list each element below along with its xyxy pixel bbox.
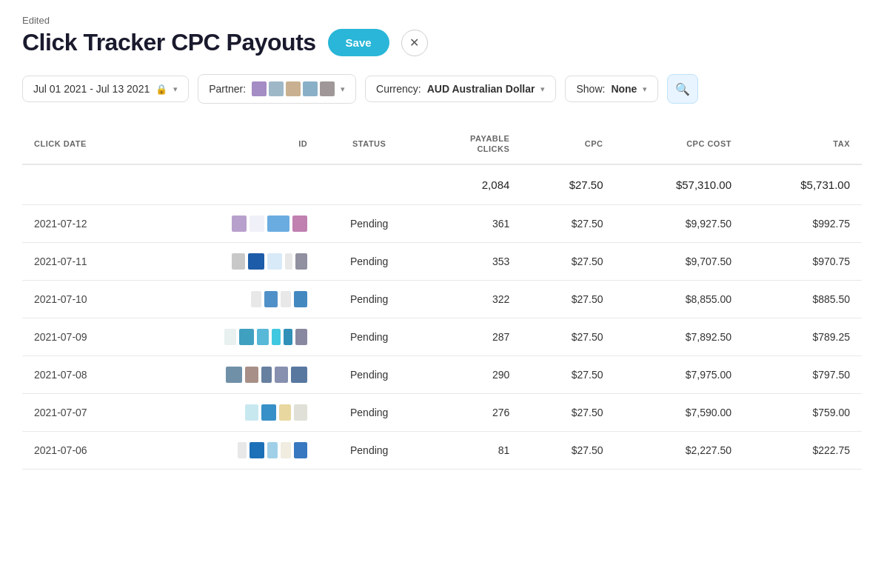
cell-cpc-cost: $9,707.50: [615, 242, 743, 280]
edited-label: Edited: [22, 15, 862, 26]
id-color-block-2: [281, 291, 291, 307]
show-label: Show:: [576, 83, 605, 95]
totals-cpc-cost: $57,310.00: [615, 164, 743, 205]
cell-tax: $970.75: [743, 242, 862, 280]
cell-click-date: 2021-07-12: [22, 204, 147, 242]
cell-tax: $222.75: [743, 431, 862, 469]
id-color-block-1: [248, 253, 264, 270]
id-color-block-1: [250, 216, 264, 232]
date-range-filter[interactable]: Jul 01 2021 - Jul 13 2021 🔒 ▾: [22, 76, 189, 102]
totals-id: [147, 164, 319, 205]
totals-row: 2,084 $27.50 $57,310.00 $5,731.00: [22, 164, 862, 205]
currency-filter[interactable]: Currency: AUD Australian Dollar ▾: [365, 76, 556, 102]
cell-payable-clicks: 81: [419, 431, 521, 469]
id-color-block-3: [294, 291, 307, 307]
col-id: ID: [147, 124, 319, 164]
cell-click-date: 2021-07-11: [22, 242, 147, 280]
show-filter[interactable]: Show: None ▾: [565, 76, 658, 102]
cell-cpc-cost: $7,892.50: [615, 318, 743, 355]
id-color-block-1: [264, 291, 278, 307]
cell-cpc: $27.50: [521, 280, 615, 318]
cell-status: Pending: [319, 242, 419, 280]
partner-color-1: [252, 81, 267, 96]
id-color-block-0: [245, 404, 258, 421]
id-color-block-5: [295, 329, 307, 345]
date-range-value: Jul 01 2021 - Jul 13 2021: [33, 83, 150, 95]
id-color-block-2: [267, 216, 289, 232]
cell-id: [147, 393, 319, 431]
cell-cpc-cost: $7,590.00: [615, 393, 743, 431]
id-color-block-0: [232, 216, 247, 232]
partner-filter[interactable]: Partner: ▾: [198, 74, 356, 104]
id-color-block-4: [294, 442, 307, 458]
save-button[interactable]: Save: [328, 29, 389, 56]
cell-id: [147, 280, 319, 318]
totals-payable-clicks: 2,084: [419, 164, 521, 205]
cell-click-date: 2021-07-06: [22, 431, 147, 469]
cell-status: Pending: [319, 204, 419, 242]
cell-status: Pending: [319, 431, 419, 469]
cell-tax: $797.50: [743, 355, 862, 393]
cell-id: [147, 355, 319, 393]
col-tax: TAX: [743, 124, 862, 164]
partner-color-2: [269, 81, 284, 96]
totals-status: [319, 164, 419, 205]
id-color-block-0: [232, 253, 245, 270]
id-color-block-2: [279, 404, 291, 421]
cell-status: Pending: [319, 355, 419, 393]
id-color-block-4: [284, 329, 292, 345]
id-color-block-0: [226, 367, 242, 383]
currency-label: Currency:: [376, 83, 421, 95]
id-color-block-3: [275, 367, 288, 383]
totals-cpc: $27.50: [521, 164, 615, 205]
cell-payable-clicks: 287: [419, 318, 521, 355]
data-table: CLICK DATE ID STATUS PAYABLECLICKS CPC C…: [22, 124, 862, 470]
table-row: 2021-07-12Pending361$27.50$9,927.50$992.…: [22, 204, 862, 242]
table-row: 2021-07-10Pending322$27.50$8,855.00$885.…: [22, 280, 862, 318]
cell-tax: $789.25: [743, 318, 862, 355]
cell-cpc: $27.50: [521, 318, 615, 355]
id-color-block-3: [272, 329, 281, 345]
show-value: None: [611, 83, 637, 95]
search-icon: 🔍: [675, 82, 690, 96]
id-color-block-3: [281, 442, 291, 458]
currency-value: AUD Australian Dollar: [427, 83, 535, 95]
id-color-block-1: [261, 404, 276, 421]
totals-tax: $5,731.00: [743, 164, 862, 205]
currency-chevron-icon: ▾: [540, 84, 545, 94]
cell-click-date: 2021-07-10: [22, 280, 147, 318]
id-color-block-0: [251, 291, 261, 307]
id-color-block-4: [295, 253, 307, 270]
col-status: STATUS: [319, 124, 419, 164]
id-color-block-0: [224, 329, 236, 345]
cell-tax: $759.00: [743, 393, 862, 431]
cell-payable-clicks: 290: [419, 355, 521, 393]
table-row: 2021-07-11Pending353$27.50$9,707.50$970.…: [22, 242, 862, 280]
id-color-block-3: [292, 216, 307, 232]
cell-click-date: 2021-07-07: [22, 393, 147, 431]
id-color-block-1: [245, 367, 258, 383]
cell-payable-clicks: 361: [419, 204, 521, 242]
col-payable-clicks: PAYABLECLICKS: [419, 124, 521, 164]
id-color-block-3: [285, 253, 292, 270]
id-color-block-2: [267, 253, 282, 270]
search-button[interactable]: 🔍: [667, 74, 698, 104]
cell-payable-clicks: 353: [419, 242, 521, 280]
cell-id: [147, 242, 319, 280]
partner-color-4: [303, 81, 318, 96]
cell-click-date: 2021-07-09: [22, 318, 147, 355]
table-row: 2021-07-08Pending290$27.50$7,975.00$797.…: [22, 355, 862, 393]
cell-id: [147, 204, 319, 242]
header-row: Click Tracker CPC Payouts Save ✕: [22, 29, 862, 56]
cell-cpc-cost: $7,975.00: [615, 355, 743, 393]
id-color-block-2: [257, 329, 269, 345]
cell-status: Pending: [319, 393, 419, 431]
table-row: 2021-07-06Pending81$27.50$2,227.50$222.7…: [22, 431, 862, 469]
partner-label: Partner:: [209, 83, 246, 95]
close-button[interactable]: ✕: [401, 30, 428, 56]
partner-colors: [252, 81, 335, 96]
table-row: 2021-07-09Pending287$27.50$7,892.50$789.…: [22, 318, 862, 355]
cell-cpc: $27.50: [521, 355, 615, 393]
filters-row: Jul 01 2021 - Jul 13 2021 🔒 ▾ Partner: ▾…: [22, 74, 862, 104]
partner-color-5: [320, 81, 335, 96]
